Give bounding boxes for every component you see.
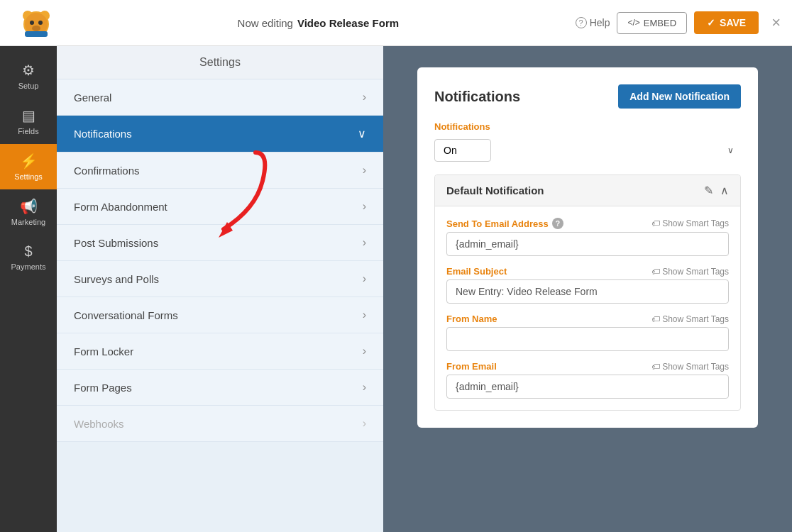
chevron-down-icon: ∨ (358, 127, 366, 140)
marketing-icon: 📢 (20, 198, 38, 215)
from-email-label: From Email (446, 361, 497, 372)
sidebar-item-label-payments: Payments (11, 262, 46, 271)
logo-icon (19, 6, 53, 40)
top-bar: Now editing Video Release Form ? Help </… (0, 0, 792, 46)
nav-item-confirmations[interactable]: Confirmations › (57, 153, 383, 189)
dropdown-arrow-icon: ∨ (727, 145, 734, 155)
code-icon: </> (627, 18, 639, 28)
from-email-input[interactable] (446, 375, 729, 399)
add-new-notification-button[interactable]: Add New Notification (618, 84, 741, 109)
nav-label-form-pages: Form Pages (74, 382, 132, 394)
card-title: Notifications (434, 89, 520, 105)
settings-icon: ⚡ (20, 153, 38, 170)
sidebar-item-settings[interactable]: ⚡ Settings (0, 144, 57, 189)
sidebar-item-label-fields: Fields (18, 127, 38, 135)
nav-item-conversational-forms[interactable]: Conversational Forms › (57, 297, 383, 333)
notifications-field-label: Notifications (434, 121, 741, 132)
nav-item-form-pages[interactable]: Form Pages › (57, 370, 383, 406)
gear-icon: ⚙ (22, 62, 35, 79)
sidebar-item-marketing[interactable]: 📢 Marketing (0, 189, 57, 235)
nav-label-webhooks: Webhooks (74, 418, 124, 430)
notifications-dropdown[interactable]: On Off (434, 139, 491, 162)
embed-button[interactable]: </> EMBED (617, 12, 687, 34)
checkmark-icon: ✓ (707, 17, 715, 28)
chevron-right-icon-7: › (363, 345, 366, 358)
fields-icon: ▤ (22, 107, 35, 124)
nav-item-post-submissions[interactable]: Post Submissions › (57, 225, 383, 261)
notifications-select-wrapper: On Off ∨ (434, 139, 741, 162)
nav-label-surveys-polls: Surveys and Polls (74, 273, 159, 285)
from-email-field-row: From Email 🏷 Show Smart Tags (446, 361, 729, 399)
show-smart-tags-from-email[interactable]: 🏷 Show Smart Tags (651, 362, 729, 372)
chevron-right-icon-3: › (363, 200, 366, 213)
chevron-right-icon-4: › (363, 236, 366, 249)
from-email-header: From Email 🏷 Show Smart Tags (446, 361, 729, 372)
chevron-right-icon-5: › (363, 272, 366, 285)
help-label: Help (590, 17, 610, 28)
notif-box-actions: ✎ ∧ (704, 184, 729, 197)
settings-nav-title: Settings (57, 46, 383, 79)
top-actions: ? Help </> EMBED ✓ ✓ SAVE × (576, 11, 781, 34)
sidebar: ⚙ Setup ▤ Fields ⚡ Settings 📢 Marketing … (0, 46, 57, 532)
send-to-email-header: Send To Email Address ? 🏷 Show Smart Tag… (446, 218, 729, 229)
send-to-email-label: Send To Email Address ? (446, 218, 563, 229)
nav-label-notifications: Notifications (74, 128, 132, 140)
email-subject-field-row: Email Subject 🏷 Show Smart Tags (446, 266, 729, 304)
editing-info: Now editing Video Release Form (61, 17, 576, 29)
main-content: ⚙ Setup ▤ Fields ⚡ Settings 📢 Marketing … (0, 46, 792, 532)
nav-item-form-locker[interactable]: Form Locker › (57, 333, 383, 370)
settings-nav: Settings General › Notifications ∨ Confi… (57, 46, 383, 532)
nav-item-form-abandonment[interactable]: Form Abandonment › (57, 189, 383, 225)
sidebar-item-setup[interactable]: ⚙ Setup (0, 53, 57, 99)
logo-area (11, 6, 61, 40)
nav-label-confirmations: Confirmations (74, 165, 140, 177)
close-button[interactable]: × (771, 13, 781, 32)
svg-point-5 (38, 21, 43, 25)
svg-point-6 (32, 26, 40, 31)
sidebar-item-label-setup: Setup (18, 82, 39, 90)
send-to-email-input[interactable] (446, 232, 729, 256)
notif-box-title: Default Notification (446, 184, 544, 196)
embed-label: EMBED (644, 18, 676, 28)
from-name-field-row: From Name 🏷 Show Smart Tags (446, 314, 729, 351)
nav-item-notifications[interactable]: Notifications ∨ (57, 116, 383, 153)
tag-icon-3: 🏷 (651, 314, 660, 324)
sidebar-item-fields[interactable]: ▤ Fields (0, 99, 57, 144)
notif-box-header: Default Notification ✎ ∧ (435, 175, 740, 206)
notifications-toggle-row: Notifications On Off ∨ (434, 121, 741, 174)
email-subject-input[interactable] (446, 279, 729, 304)
nav-label-post-submissions: Post Submissions (74, 237, 158, 249)
nav-label-form-abandonment: Form Abandonment (74, 201, 167, 213)
from-name-input[interactable] (446, 327, 729, 351)
edit-notification-button[interactable]: ✎ (704, 184, 713, 197)
collapse-notification-button[interactable]: ∧ (720, 184, 729, 197)
help-icon-send-to-email: ? (552, 218, 563, 229)
help-circle-icon: ? (576, 17, 587, 28)
card-header: Notifications Add New Notification (434, 84, 741, 109)
editing-label: Now editing (238, 17, 293, 29)
chevron-right-icon-2: › (363, 164, 366, 177)
sidebar-item-label-settings: Settings (14, 172, 43, 181)
payments-icon: $ (24, 243, 32, 260)
right-panel: Notifications Add New Notification Notif… (383, 46, 792, 532)
show-smart-tags-from-name[interactable]: 🏷 Show Smart Tags (651, 314, 729, 324)
nav-item-webhooks[interactable]: Webhooks › (57, 406, 383, 442)
nav-label-general: General (74, 92, 111, 104)
nav-item-surveys-polls[interactable]: Surveys and Polls › (57, 261, 383, 297)
show-smart-tags-email-subject[interactable]: 🏷 Show Smart Tags (651, 267, 729, 277)
chevron-right-icon-6: › (363, 309, 366, 321)
from-name-header: From Name 🏷 Show Smart Tags (446, 314, 729, 324)
tag-icon-1: 🏷 (651, 218, 660, 228)
svg-rect-7 (25, 31, 48, 37)
sidebar-item-payments[interactable]: $ Payments (0, 235, 57, 279)
save-button[interactable]: ✓ ✓ SAVE (694, 11, 759, 34)
notifications-card: Notifications Add New Notification Notif… (417, 67, 758, 428)
nav-item-general[interactable]: General › (57, 79, 383, 116)
show-smart-tags-send-to-email[interactable]: 🏷 Show Smart Tags (651, 218, 729, 228)
default-notification-box: Default Notification ✎ ∧ Send To Email A… (434, 174, 741, 411)
send-to-email-field-row: Send To Email Address ? 🏷 Show Smart Tag… (446, 218, 729, 256)
chevron-right-icon-8: › (363, 381, 366, 394)
email-subject-header: Email Subject 🏷 Show Smart Tags (446, 266, 729, 277)
form-name: Video Release Form (297, 17, 399, 29)
help-button[interactable]: ? Help (576, 17, 610, 28)
